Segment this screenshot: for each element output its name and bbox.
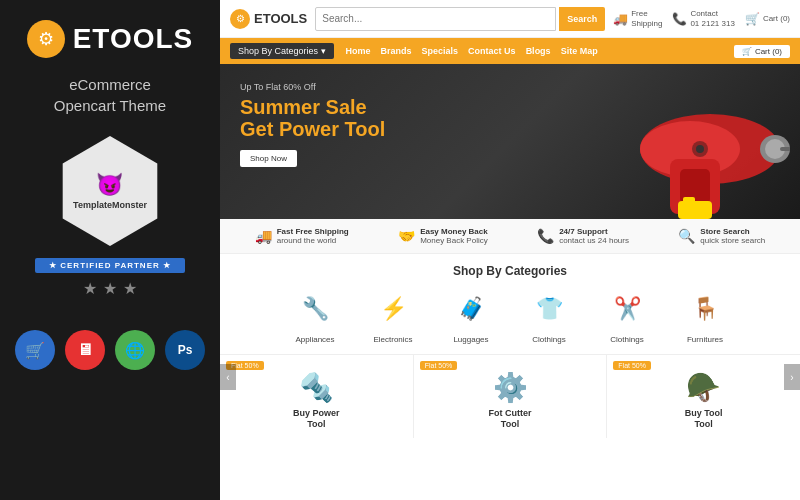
appliances-label: Appliances <box>295 335 334 344</box>
feature-moneyback: 🤝 Easy Money Back Money Back Policy <box>398 227 488 245</box>
nav-link-specials[interactable]: Specials <box>422 46 459 56</box>
search-button[interactable]: Search <box>559 7 605 31</box>
nav-link-contact[interactable]: Contact Us <box>468 46 516 56</box>
clothings2-icon: ✂️ <box>600 286 655 331</box>
product-name-2: Fot CutterTool <box>422 408 599 430</box>
photoshop-icon-circle: Ps <box>165 330 205 370</box>
svg-rect-8 <box>678 201 712 219</box>
feature-support: 📞 24/7 Support contact us 24 hours <box>537 227 629 245</box>
search-input[interactable] <box>315 7 556 31</box>
hero-title: Summer Sale Get Power Tool <box>240 96 780 140</box>
luggages-icon: 🧳 <box>444 286 499 331</box>
brand-logo: ⚙ ETOOLS <box>27 20 194 58</box>
cart-label: Cart (0) <box>763 14 790 23</box>
hero-title-line1: Summer Sale <box>240 96 367 118</box>
nav-link-brands[interactable]: Brands <box>381 46 412 56</box>
nav-link-sitemap[interactable]: Site Map <box>561 46 598 56</box>
certified-banner: ★ CERTIFIED PARTNER ★ <box>35 258 185 273</box>
site-preview: ⚙ ETOOLS Search 🚚 FreeShipping 📞 Contact… <box>220 0 800 500</box>
product-img-1: 🔩 <box>228 371 405 404</box>
product-img-2: ⚙️ <box>422 371 599 404</box>
nav-link-blogs[interactable]: Blogs <box>526 46 551 56</box>
clothings1-label: Clothings <box>532 335 565 344</box>
top-nav: ⚙ ETOOLS Search 🚚 FreeShipping 📞 Contact… <box>220 0 800 38</box>
star-1: ★ <box>83 279 97 298</box>
storesearch-feature-icon: 🔍 <box>678 228 695 244</box>
hero-subtitle: Up To Flat 60% Off <box>240 82 780 92</box>
hero-content: Up To Flat 60% Off Summer Sale Get Power… <box>220 64 800 185</box>
tagline: eCommerceOpencart Theme <box>54 74 166 116</box>
furnitures-icon: 🪑 <box>678 286 733 331</box>
hexagon-shape: 😈 TemplateMonster <box>55 136 165 246</box>
category-clothings2[interactable]: ✂️ Clothings <box>592 286 662 344</box>
category-electronics[interactable]: ⚡ Electronics <box>358 286 428 344</box>
categories-title: Shop By Categories <box>230 264 790 278</box>
storesearch-feature-text: Store Search quick store search <box>700 227 765 245</box>
cat-dropdown-label: Shop By Categories ▾ <box>238 46 326 56</box>
clothings2-label: Clothings <box>610 335 643 344</box>
product-img-3: 🪖 <box>615 371 792 404</box>
category-appliances[interactable]: 🔧 Appliances <box>280 286 350 344</box>
shipping-feature-icon: 🚚 <box>255 228 272 244</box>
cart-info[interactable]: 🛒 Cart (0) <box>745 9 790 28</box>
hexagon-badge: 😈 TemplateMonster <box>50 136 170 246</box>
clothings1-icon: 👕 <box>522 286 577 331</box>
electronics-label: Electronics <box>373 335 412 344</box>
features-bar: 🚚 Fast Free Shipping around the world 🤝 … <box>220 219 800 254</box>
appliances-icon: 🔧 <box>288 286 343 331</box>
icon-row: 🛒 🖥 🌐 Ps <box>15 330 205 370</box>
star-3: ★ <box>123 279 137 298</box>
product-card-3[interactable]: Flat 50% 🪖 Buy ToolTool <box>607 355 800 438</box>
cart-button[interactable]: 🛒 Cart (0) <box>734 45 790 58</box>
brand-logo-icon: ⚙ <box>27 20 65 58</box>
cart-icon-circle: 🛒 <box>15 330 55 370</box>
product-card-2[interactable]: Flat 50% ⚙️ Fot CutterTool <box>414 355 608 438</box>
support-feature-text: 24/7 Support contact us 24 hours <box>559 227 629 245</box>
feature-storesearch: 🔍 Store Search quick store search <box>678 227 765 245</box>
support-feature-icon: 📞 <box>537 228 554 244</box>
product-cards: Flat 50% 🔩 Buy PowerTool Flat 50% ⚙️ Fot… <box>220 354 800 438</box>
nav-logo-icon: ⚙ <box>230 9 250 29</box>
cart-label-small: Cart (0) <box>755 47 782 56</box>
category-luggages[interactable]: 🧳 Luggages <box>436 286 506 344</box>
multilang-icon-circle: 🌐 <box>115 330 155 370</box>
contact-icon: 📞 <box>672 12 687 26</box>
luggages-label: Luggages <box>453 335 488 344</box>
categories-section: Shop By Categories ‹ 🔧 Appliances ⚡ Elec… <box>220 254 800 354</box>
badge-container: 😈 TemplateMonster ★ CERTIFIED PARTNER ★ … <box>35 136 185 298</box>
contact-text: Contact01 2121 313 <box>690 9 735 28</box>
hexagon-inner: 😈 TemplateMonster <box>73 172 147 211</box>
cart-nav-icon: 🛒 <box>745 12 760 26</box>
shipping-text: FreeShipping <box>631 9 662 28</box>
feature-shipping: 🚚 Fast Free Shipping around the world <box>255 227 349 245</box>
template-monster-text: TemplateMonster <box>73 200 147 211</box>
shop-by-categories-dropdown[interactable]: Shop By Categories ▾ <box>230 43 334 59</box>
cart-icon-small: 🛒 <box>742 47 752 56</box>
brand-logo-text: ETOOLS <box>73 23 194 55</box>
responsive-icon-circle: 🖥 <box>65 330 105 370</box>
shipping-feature-text: Fast Free Shipping around the world <box>277 227 349 245</box>
cat-links: Home Brands Specials Contact Us Blogs Si… <box>346 46 598 56</box>
product-card-1[interactable]: Flat 50% 🔩 Buy PowerTool <box>220 355 414 438</box>
moneyback-feature-icon: 🤝 <box>398 228 415 244</box>
stars-row: ★ ★ ★ <box>83 279 137 298</box>
monster-icon: 😈 <box>96 172 123 198</box>
category-nav: Shop By Categories ▾ Home Brands Special… <box>220 38 800 64</box>
certified-text: ★ CERTIFIED PARTNER ★ <box>49 261 171 270</box>
furnitures-label: Furnitures <box>687 335 723 344</box>
product-name-3: Buy ToolTool <box>615 408 792 430</box>
product-badge-2: Flat 50% <box>420 361 458 370</box>
product-name-1: Buy PowerTool <box>228 408 405 430</box>
category-clothings1[interactable]: 👕 Clothings <box>514 286 584 344</box>
svg-rect-9 <box>683 197 695 203</box>
nav-logo-text: ETOOLS <box>254 11 307 26</box>
electronics-icon: ⚡ <box>366 286 421 331</box>
contact-info: 📞 Contact01 2121 313 <box>672 9 735 28</box>
shipping-icon: 🚚 <box>613 12 628 26</box>
nav-icons: 🚚 FreeShipping 📞 Contact01 2121 313 🛒 Ca… <box>613 9 790 28</box>
nav-search-wrap[interactable]: Search <box>315 7 605 31</box>
category-furnitures[interactable]: 🪑 Furnitures <box>670 286 740 344</box>
left-panel: ⚙ ETOOLS eCommerceOpencart Theme 😈 Templ… <box>0 0 220 500</box>
shop-now-button[interactable]: Shop Now <box>240 150 297 167</box>
nav-link-home[interactable]: Home <box>346 46 371 56</box>
